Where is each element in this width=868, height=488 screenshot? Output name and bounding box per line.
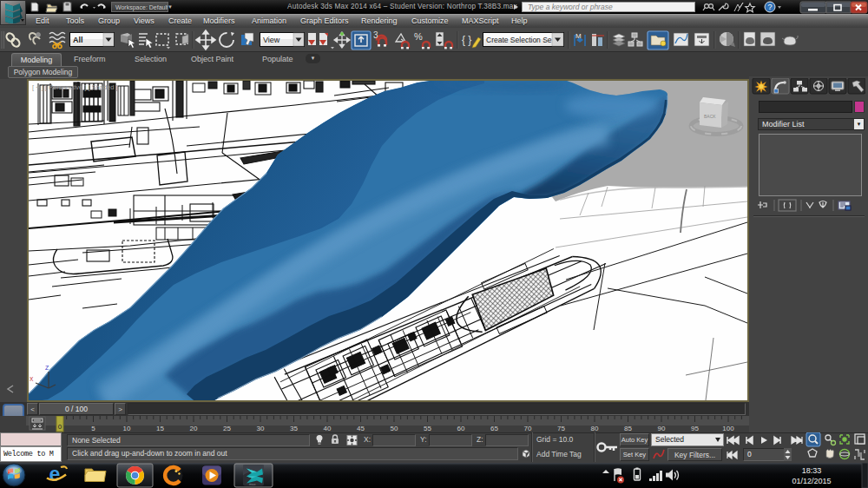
svg-text:15: 15 (156, 425, 164, 432)
svg-text:{ }: { } (462, 34, 471, 46)
svg-text:All: All (73, 36, 83, 44)
svg-text:3: 3 (373, 30, 378, 40)
svg-text:e: e (49, 463, 61, 485)
svg-text:60: 60 (457, 425, 465, 432)
svg-text:20: 20 (190, 425, 198, 432)
svg-text:80: 80 (591, 425, 599, 432)
svg-text:25: 25 (223, 425, 231, 432)
svg-text:[ + ] [ Perspective ] [ Shaded: [ + ] [ Perspective ] [ Shaded ] (32, 83, 118, 91)
svg-text:10: 10 (123, 425, 131, 432)
svg-text:01/12/2015: 01/12/2015 (792, 477, 831, 485)
svg-text:85: 85 (624, 425, 632, 432)
svg-text:90: 90 (658, 425, 666, 432)
svg-text:Create Selection Se: Create Selection Se (486, 36, 552, 44)
svg-text:%: % (414, 31, 423, 42)
svg-text:View: View (263, 36, 280, 44)
svg-text:75: 75 (557, 425, 565, 432)
svg-text:65: 65 (490, 425, 498, 432)
svg-text:45: 45 (357, 425, 365, 432)
svg-text:M: M (575, 32, 582, 40)
svg-text:18:33: 18:33 (802, 466, 822, 475)
svg-text:X: X (30, 376, 34, 382)
svg-text:30: 30 (257, 425, 265, 432)
svg-text:max: max (249, 482, 256, 486)
svg-text:BACK: BACK (704, 114, 716, 119)
svg-text:35: 35 (290, 425, 298, 432)
svg-text:50: 50 (391, 425, 398, 432)
svg-text:70: 70 (524, 425, 532, 432)
svg-text:100: 100 (722, 425, 734, 432)
svg-text:95: 95 (691, 425, 699, 432)
svg-text:5: 5 (91, 425, 95, 432)
svg-text:55: 55 (424, 425, 431, 432)
svg-text:0: 0 (58, 423, 62, 431)
svg-text:?: ? (767, 3, 772, 11)
svg-text:40: 40 (324, 425, 332, 432)
svg-text:Z: Z (45, 365, 49, 371)
